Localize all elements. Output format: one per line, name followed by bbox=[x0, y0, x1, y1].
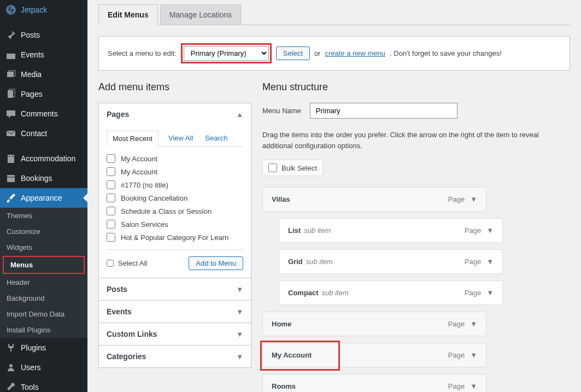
menu-item-list[interactable]: Listsub item Page▼ bbox=[279, 218, 503, 243]
sub-menus[interactable]: Menus bbox=[3, 256, 85, 274]
tab-edit-menus[interactable]: Edit Menus bbox=[98, 4, 158, 25]
page-checkbox[interactable] bbox=[107, 194, 115, 202]
menu-item-type: Page bbox=[448, 195, 465, 203]
page-label: Schedule a Class or Session bbox=[121, 207, 212, 215]
sidebar-item-comments[interactable]: Comments bbox=[0, 104, 87, 124]
sidebar-item-jetpack[interactable]: Jetpack bbox=[0, 0, 87, 20]
chevron-down-icon[interactable]: ▼ bbox=[470, 195, 477, 203]
select-all-checkbox[interactable] bbox=[107, 260, 114, 267]
accordion-events-header[interactable]: Events ▼ bbox=[99, 301, 251, 323]
menu-item-type: Page bbox=[448, 382, 465, 390]
svg-rect-13 bbox=[7, 175, 15, 182]
sidebar-item-accommodation[interactable]: Accommodation bbox=[0, 149, 87, 168]
sidebar-item-plugins[interactable]: Plugins bbox=[0, 338, 87, 358]
select-all-label: Select All bbox=[118, 259, 147, 267]
menu-item-title: My Account bbox=[272, 351, 312, 359]
sub-import-demo[interactable]: Import Demo Data bbox=[0, 306, 87, 322]
list-item: Booking Cancellation bbox=[107, 191, 243, 204]
menu-item-type: Page bbox=[448, 351, 465, 359]
page-checkbox[interactable] bbox=[107, 167, 115, 176]
page-checkbox[interactable] bbox=[107, 154, 115, 163]
accordion-custom-links: Custom Links ▼ bbox=[98, 323, 251, 346]
menu-select-highlight: Primary (Primary) bbox=[181, 43, 272, 63]
menu-item-type: Page bbox=[465, 258, 481, 266]
menu-item-villas[interactable]: Villas Page▼ bbox=[262, 187, 486, 212]
menu-select-dropdown[interactable]: Primary (Primary) bbox=[184, 46, 269, 61]
svg-rect-10 bbox=[8, 155, 14, 163]
pages-list[interactable]: My Account My Account #1770 (no title) B… bbox=[107, 152, 243, 244]
sub-customize[interactable]: Customize bbox=[0, 224, 87, 239]
caret-down-icon: ▼ bbox=[236, 308, 243, 316]
menu-item-title: Grid bbox=[288, 258, 303, 266]
svg-point-15 bbox=[9, 364, 13, 367]
sidebar-label: Appearance bbox=[21, 194, 62, 202]
sidebar-item-events[interactable]: Events bbox=[0, 45, 87, 65]
sub-themes[interactable]: Themes bbox=[0, 208, 87, 224]
tab-most-recent[interactable]: Most Recent bbox=[107, 131, 159, 147]
sidebar-label: Bookings bbox=[21, 174, 52, 183]
accordion-events: Events ▼ bbox=[98, 300, 251, 323]
tab-view-all[interactable]: View All bbox=[166, 131, 195, 146]
calendar-icon bbox=[5, 49, 16, 60]
chevron-down-icon[interactable]: ▼ bbox=[486, 258, 494, 266]
tab-search[interactable]: Search bbox=[203, 131, 230, 146]
sub-item-label: sub item bbox=[304, 226, 331, 235]
menu-item-home[interactable]: Home Page▼ bbox=[262, 312, 486, 336]
jetpack-icon bbox=[5, 4, 16, 15]
sidebar-item-appearance[interactable]: Appearance bbox=[0, 188, 87, 208]
tab-manage-locations[interactable]: Manage Locations bbox=[160, 4, 241, 25]
sub-install-plugins[interactable]: Install Plugins bbox=[0, 322, 87, 338]
svg-rect-4 bbox=[7, 51, 15, 54]
page-checkbox[interactable] bbox=[107, 180, 115, 189]
add-items-title: Add menu items bbox=[98, 81, 251, 93]
page-label: Salon Services bbox=[121, 220, 168, 229]
page-checkbox[interactable] bbox=[107, 207, 115, 215]
sidebar-item-users[interactable]: Users bbox=[0, 358, 87, 377]
sidebar-item-posts[interactable]: Posts bbox=[0, 25, 87, 45]
accordion-label: Events bbox=[107, 307, 132, 316]
bulk-select-checkbox[interactable] bbox=[268, 163, 277, 172]
page-checkbox[interactable] bbox=[107, 233, 115, 242]
brush-icon bbox=[5, 192, 16, 203]
accordion-posts: Posts ▼ bbox=[98, 278, 251, 301]
chevron-down-icon[interactable]: ▼ bbox=[486, 226, 494, 235]
menu-item-my-account[interactable]: My Account Page▼ bbox=[262, 343, 486, 367]
create-menu-link[interactable]: create a new menu bbox=[325, 49, 385, 57]
bookings-icon bbox=[5, 173, 16, 184]
sidebar-item-media[interactable]: Media bbox=[0, 65, 87, 84]
accordion-pages-header[interactable]: Pages ▲ bbox=[99, 103, 251, 125]
chevron-down-icon[interactable]: ▼ bbox=[486, 289, 494, 297]
sidebar-label: Posts bbox=[21, 31, 40, 39]
mail-icon bbox=[5, 128, 16, 139]
add-to-menu-button[interactable]: Add to Menu bbox=[189, 256, 243, 270]
menu-item-title: Compact bbox=[288, 289, 319, 297]
sidebar-item-bookings[interactable]: Bookings bbox=[0, 168, 87, 188]
comments-icon bbox=[5, 108, 16, 119]
bulk-select-row: Bulk Select bbox=[262, 160, 323, 176]
page-label: Booking Cancellation bbox=[121, 194, 187, 202]
chevron-down-icon[interactable]: ▼ bbox=[470, 320, 477, 328]
chevron-down-icon[interactable]: ▼ bbox=[470, 351, 477, 359]
select-button[interactable]: Select bbox=[276, 46, 310, 60]
users-icon bbox=[5, 362, 16, 373]
sidebar-label: Events bbox=[21, 50, 44, 59]
sub-widgets[interactable]: Widgets bbox=[0, 239, 87, 255]
sidebar-item-tools[interactable]: Tools bbox=[0, 377, 87, 392]
svg-rect-11 bbox=[9, 156, 10, 157]
menu-item-grid[interactable]: Gridsub item Page▼ bbox=[279, 249, 503, 274]
accordion-posts-header[interactable]: Posts ▼ bbox=[99, 278, 251, 300]
menu-item-compact[interactable]: Compactsub item Page▼ bbox=[279, 280, 503, 305]
sidebar-item-pages[interactable]: Pages bbox=[0, 84, 87, 104]
menu-item-rooms[interactable]: Rooms Page▼ bbox=[262, 374, 486, 392]
nav-tabs: Edit Menus Manage Locations bbox=[98, 4, 570, 25]
sidebar-label: Users bbox=[21, 363, 41, 372]
sub-background[interactable]: Background bbox=[0, 290, 87, 306]
menu-name-input[interactable] bbox=[310, 103, 457, 119]
page-checkbox[interactable] bbox=[107, 220, 115, 229]
accordion-categories-header[interactable]: Categories ▼ bbox=[99, 346, 251, 367]
chevron-down-icon[interactable]: ▼ bbox=[470, 382, 477, 390]
sidebar-item-contact[interactable]: Contact bbox=[0, 124, 87, 143]
sub-item-label: sub item bbox=[322, 289, 349, 297]
accordion-custom-links-header[interactable]: Custom Links ▼ bbox=[99, 323, 251, 345]
sub-header[interactable]: Header bbox=[0, 274, 87, 290]
